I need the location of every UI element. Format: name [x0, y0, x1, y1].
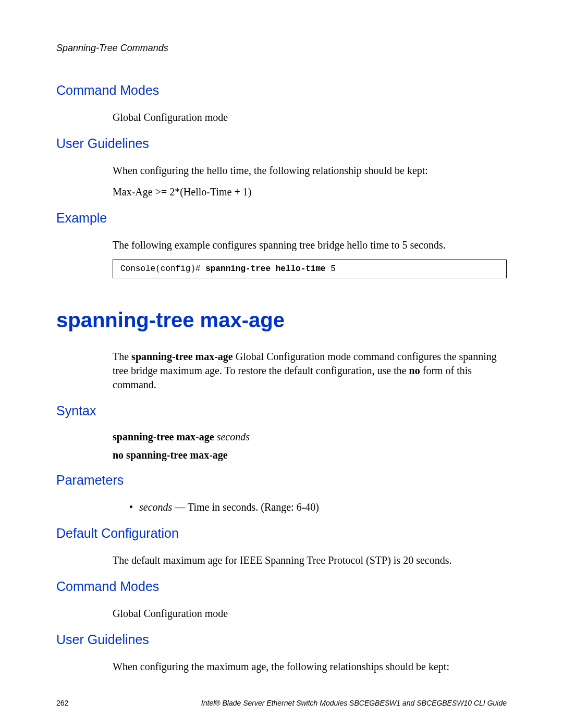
- parameter-name: seconds: [139, 501, 172, 513]
- parameter-text: seconds — Time in seconds. (Range: 6-40): [139, 500, 319, 514]
- intro-paragraph: The spanning-tree max-age Global Configu…: [113, 350, 507, 392]
- syntax-line-2: no spanning-tree max-age: [113, 449, 507, 461]
- heading-example: Example: [56, 211, 507, 226]
- code-arg: 5: [326, 264, 336, 274]
- text-default-config: The default maximum age for IEEE Spannin…: [113, 553, 507, 567]
- syntax-line-1: spanning-tree max-age seconds: [113, 431, 507, 443]
- heading-user-guidelines-2: User Guidelines: [56, 632, 507, 647]
- syntax-italic-1: seconds: [217, 431, 250, 442]
- text-user-guidelines-1: When configuring the hello time, the fol…: [113, 164, 507, 178]
- text-user-guidelines-2: When configuring the maximum age, the fo…: [113, 660, 507, 674]
- text-command-modes-2: Global Configuration mode: [113, 607, 507, 621]
- intro-bold2: no: [409, 365, 420, 376]
- page-footer: 262 Intel® Blade Server Ethernet Switch …: [56, 699, 507, 707]
- code-example-box: Console(config)# spanning-tree hello-tim…: [113, 260, 507, 278]
- parameter-list: • seconds — Time in seconds. (Range: 6-4…: [129, 500, 507, 514]
- heading-command-modes-2: Command Modes: [56, 579, 507, 594]
- heading-user-guidelines-1: User Guidelines: [56, 136, 507, 151]
- heading-command-modes-1: Command Modes: [56, 83, 507, 98]
- syntax-bold-1: spanning-tree max-age: [113, 431, 217, 442]
- command-title: spanning-tree max-age: [56, 309, 507, 332]
- intro-part1: The: [113, 351, 131, 362]
- parameter-desc: — Time in seconds. (Range: 6-40): [172, 501, 319, 513]
- code-prompt: Console(config)#: [120, 264, 205, 274]
- footer-page-number: 262: [56, 699, 68, 707]
- footer-doc-title: Intel® Blade Server Ethernet Switch Modu…: [201, 699, 507, 707]
- bullet-icon: •: [129, 500, 133, 514]
- heading-default-config: Default Configuration: [56, 526, 507, 541]
- text-command-modes-1: Global Configuration mode: [113, 110, 507, 125]
- text-example: The following example configures spannin…: [113, 238, 507, 252]
- text-formula-1: Max-Age >= 2*(Hello-Time + 1): [113, 185, 507, 199]
- heading-parameters: Parameters: [56, 473, 507, 488]
- parameter-item: • seconds — Time in seconds. (Range: 6-4…: [129, 500, 507, 514]
- document-page: Spanning-Tree Commands Command Modes Glo…: [0, 0, 563, 728]
- heading-syntax: Syntax: [56, 403, 507, 418]
- intro-bold1: spanning-tree max-age: [131, 351, 233, 362]
- code-command: spanning-tree hello-time: [205, 264, 325, 274]
- running-header: Spanning-Tree Commands: [56, 43, 507, 54]
